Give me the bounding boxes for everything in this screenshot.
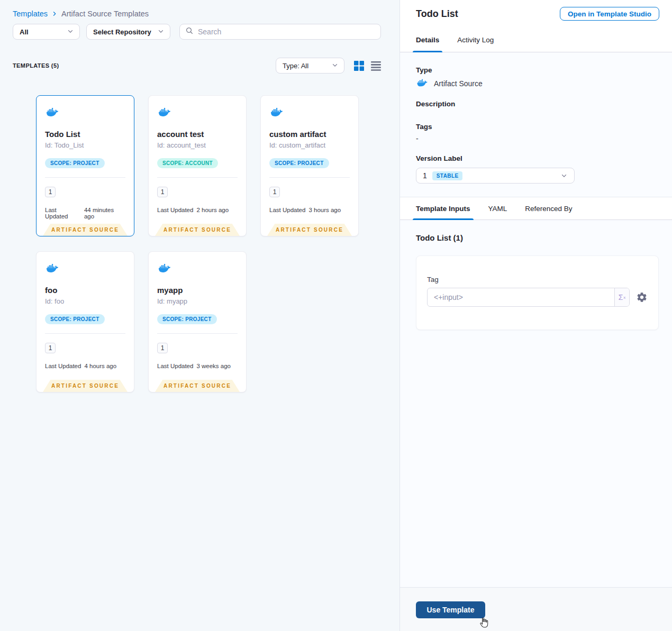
tab-activity-log[interactable]: Activity Log [457, 28, 494, 52]
card-divider [45, 177, 125, 178]
artifact-source-ribbon: ARTIFACT SOURCE [267, 224, 352, 236]
sigma-sup: x [623, 295, 625, 300]
docker-icon [269, 111, 284, 120]
filter-bar: All Select Repository [0, 24, 399, 40]
expression-toggle-button[interactable]: Σx [614, 288, 629, 306]
type-label: Type [416, 66, 656, 74]
template-list-panel: Templates Artifact Source Templates All … [0, 0, 399, 631]
docker-icon [157, 111, 172, 120]
type-filter-value: Type: All [283, 62, 308, 70]
tags-label: Tags [416, 123, 656, 131]
template-card-todo-list[interactable]: Todo List Id: Todo_List SCOPE: PROJECT 1… [36, 95, 134, 236]
version-count-chip: 1 [157, 187, 168, 197]
card-divider [157, 177, 238, 178]
panel-title: Todo List [416, 8, 458, 20]
last-updated-label: Last Updated [269, 207, 305, 213]
templates-page: Templates Artifact Source Templates All … [0, 0, 672, 631]
breadcrumb-chevron-icon [51, 11, 58, 17]
use-template-button[interactable]: Use Template [416, 601, 485, 618]
version-count-chip: 1 [157, 343, 168, 353]
last-updated-label: Last Updated [157, 207, 193, 213]
search-input[interactable] [198, 28, 375, 36]
tab-template-inputs[interactable]: Template Inputs [416, 197, 470, 220]
card-divider [269, 177, 350, 178]
docker-icon [157, 267, 172, 276]
breadcrumb-templates-link[interactable]: Templates [13, 10, 48, 18]
gear-icon[interactable] [636, 291, 648, 303]
chevron-down-icon [157, 28, 165, 36]
description-label: Description [416, 100, 656, 108]
card-id: Id: foo [45, 297, 125, 305]
template-card-grid: Todo List Id: Todo_List SCOPE: PROJECT 1… [0, 74, 370, 392]
last-updated-value: 3 weeks ago [196, 363, 231, 369]
tab-details[interactable]: Details [416, 28, 439, 52]
scope-badge: SCOPE: PROJECT [269, 158, 329, 168]
version-dropdown[interactable]: 1 STABLE [416, 168, 575, 184]
tag-label: Tag [427, 276, 648, 284]
card-id: Id: account_test [157, 141, 238, 149]
last-updated-value: 3 hours ago [308, 207, 341, 213]
last-updated-label: Last Updated [157, 363, 193, 369]
template-inputs-section: Todo List (1) Tag Σx [400, 220, 672, 587]
artifact-source-ribbon: ARTIFACT SOURCE [43, 380, 128, 392]
sigma-icon: Σ [619, 293, 623, 301]
chevron-down-icon [560, 172, 568, 179]
docker-icon [45, 111, 60, 120]
last-updated-value: 4 hours ago [84, 363, 116, 369]
card-title: Todo List [45, 130, 125, 139]
card-title: account test [157, 130, 238, 139]
card-title: myapp [157, 286, 238, 295]
version-value: 1 [423, 171, 427, 180]
templates-count-label: TEMPLATES (5) [13, 62, 59, 69]
version-count-chip: 1 [269, 187, 280, 197]
template-card-account-test[interactable]: account test Id: account_test SCOPE: ACC… [148, 95, 247, 236]
list-header: TEMPLATES (5) Type: All [0, 58, 399, 74]
artifact-source-ribbon: ARTIFACT SOURCE [155, 380, 240, 392]
tag-input-card: Tag Σx [416, 255, 659, 330]
card-title: foo [45, 286, 125, 295]
breadcrumb: Templates Artifact Source Templates [0, 0, 399, 18]
type-filter-dropdown[interactable]: Type: All [276, 58, 344, 74]
scope-filter-value: All [20, 28, 29, 36]
breadcrumb-current: Artifact Source Templates [61, 10, 149, 18]
artifact-source-ribbon: ARTIFACT SOURCE [155, 224, 240, 236]
inputs-tab-bar: Template Inputs YAML Referenced By [400, 197, 672, 220]
list-view-icon[interactable] [371, 61, 381, 71]
scope-filter-dropdown[interactable]: All [13, 24, 80, 40]
docker-icon [416, 78, 429, 89]
grid-view-icon[interactable] [354, 61, 364, 71]
card-divider [45, 333, 125, 334]
tag-input[interactable] [428, 288, 614, 306]
template-card-foo[interactable]: foo Id: foo SCOPE: PROJECT 1 Last Update… [36, 251, 134, 392]
chevron-down-icon [331, 61, 339, 70]
template-card-myapp[interactable]: myapp Id: myapp SCOPE: PROJECT 1 Last Up… [148, 251, 247, 392]
panel-footer: Use Template [400, 587, 672, 631]
last-updated-label: Last Updated [45, 207, 81, 220]
last-updated-value: 2 hours ago [196, 207, 229, 213]
type-value: Artifact Source [434, 79, 483, 88]
card-id: Id: myapp [157, 297, 238, 305]
version-count-chip: 1 [45, 187, 56, 197]
scope-badge: SCOPE: PROJECT [45, 314, 105, 324]
tags-value: - [416, 134, 656, 143]
version-label: Version Label [416, 154, 656, 162]
scope-badge: SCOPE: PROJECT [45, 158, 105, 168]
last-updated-value: 44 minutes ago [84, 207, 125, 220]
search-box[interactable] [179, 24, 381, 40]
scope-badge: SCOPE: ACCOUNT [157, 158, 218, 168]
artifact-source-ribbon: ARTIFACT SOURCE [43, 224, 128, 236]
open-in-template-studio-button[interactable]: Open in Template Studio [560, 7, 659, 21]
scope-badge: SCOPE: PROJECT [157, 314, 217, 324]
details-section: Type Artifact Source Description Tags - … [400, 52, 672, 197]
search-icon [185, 26, 194, 37]
card-title: custom artifact [269, 130, 350, 139]
template-card-custom-artifact[interactable]: custom artifact Id: custom_artifact SCOP… [260, 95, 359, 236]
docker-icon [45, 267, 60, 276]
tab-yaml[interactable]: YAML [488, 197, 507, 220]
details-tab-bar: Details Activity Log [400, 28, 672, 52]
version-count-chip: 1 [45, 343, 56, 353]
repository-filter-dropdown[interactable]: Select Repository [86, 24, 170, 40]
tab-referenced-by[interactable]: Referenced By [525, 197, 572, 220]
chevron-down-icon [67, 28, 74, 36]
inputs-title: Todo List (1) [416, 233, 659, 242]
